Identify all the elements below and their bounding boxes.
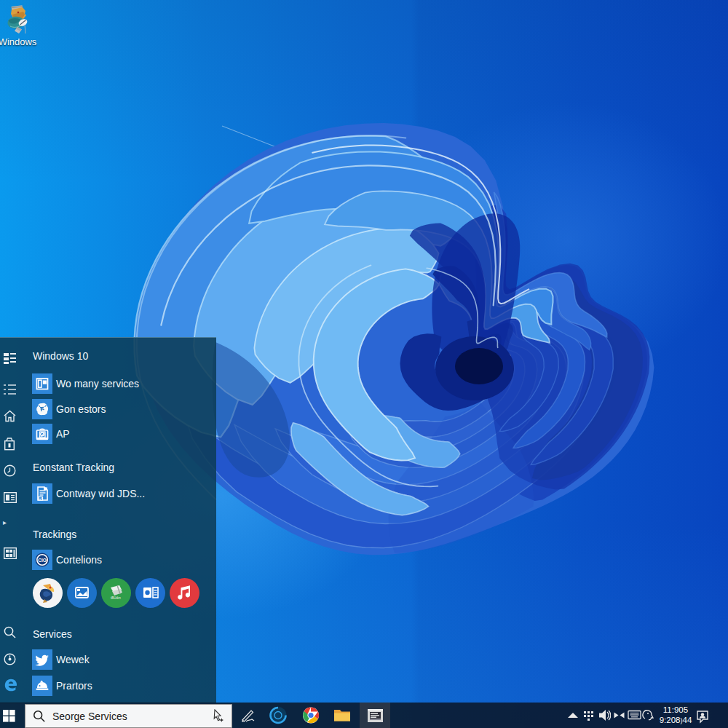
svg-text:CIO: CIO: [38, 558, 47, 563]
svg-text:tBUdın: tBUdın: [111, 596, 121, 600]
